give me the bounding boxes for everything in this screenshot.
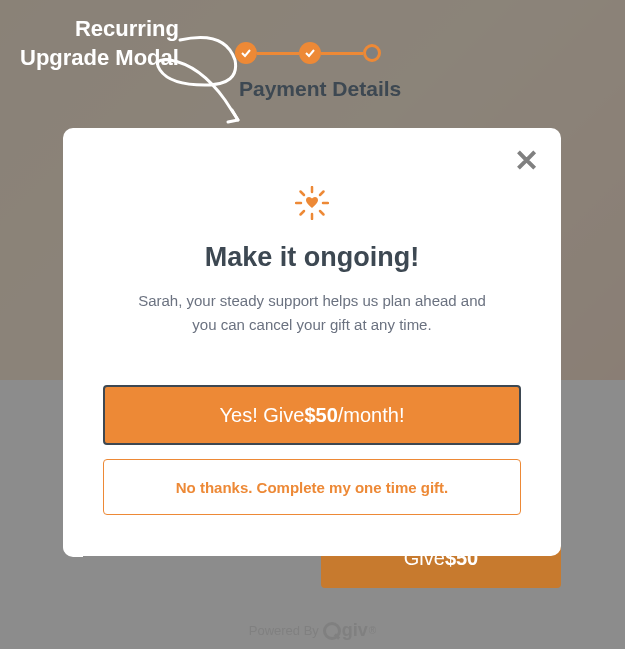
- qgiv-logo: giv ®: [323, 620, 376, 641]
- svg-line-7: [320, 192, 324, 196]
- primary-amount: $50: [304, 404, 337, 427]
- svg-line-4: [301, 192, 305, 196]
- svg-line-5: [320, 211, 324, 215]
- upgrade-recurring-button[interactable]: Yes! Give $50 /month!: [103, 385, 521, 445]
- powered-by-footer: Powered By giv ®: [0, 620, 625, 641]
- modal-title: Make it ongoing!: [103, 242, 521, 273]
- svg-line-6: [301, 211, 305, 215]
- heart-burst-icon: [103, 186, 521, 224]
- step-2-complete: [299, 42, 321, 64]
- modal-subtitle: Sarah, your steady support helps us plan…: [103, 289, 521, 337]
- primary-prefix: Yes! Give: [220, 404, 305, 427]
- step-connector: [321, 52, 363, 55]
- progress-stepper: [235, 42, 381, 64]
- checkmark-icon: [304, 47, 316, 59]
- qgiv-q-icon: [323, 622, 341, 640]
- powered-by-text: Powered By: [249, 623, 319, 638]
- qgiv-text: giv: [342, 620, 368, 641]
- primary-suffix: /month!: [338, 404, 405, 427]
- registered-mark: ®: [369, 625, 376, 636]
- close-button[interactable]: ✕: [514, 146, 539, 176]
- step-3-current: [363, 44, 381, 62]
- close-icon: ✕: [514, 144, 539, 177]
- step-title: Payment Details: [239, 77, 401, 101]
- annotation-arrow-icon: [130, 30, 250, 130]
- decline-recurring-button[interactable]: No thanks. Complete my one time gift.: [103, 459, 521, 515]
- step-connector: [257, 52, 299, 55]
- recurring-upgrade-modal: ✕ Make it ongoing! Sarah, your steady su…: [63, 128, 561, 556]
